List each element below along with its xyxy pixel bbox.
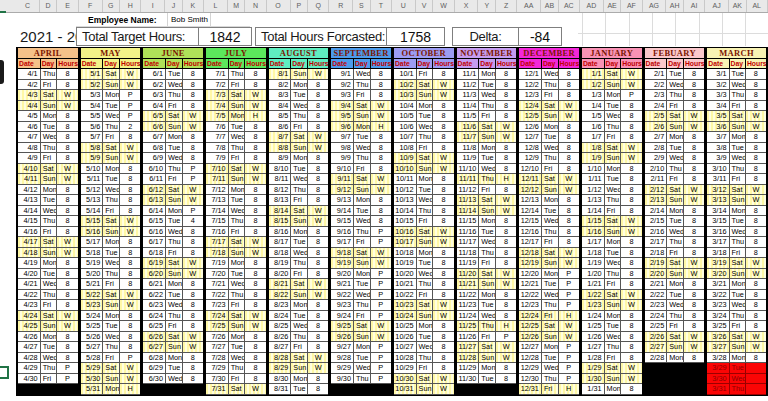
cell-day[interactable]: Mon <box>730 353 746 364</box>
subheader-cell[interactable]: Date <box>645 59 668 69</box>
cell-hours[interactable]: W <box>120 374 140 385</box>
cell-date[interactable]: 6/9 <box>143 153 166 164</box>
cell-day[interactable]: Sat <box>291 353 308 364</box>
cell-hours[interactable]: W <box>245 321 265 332</box>
cell-hours[interactable]: 8 <box>433 185 453 196</box>
cell-hours[interactable]: W <box>621 143 641 154</box>
cell-day[interactable]: Wed <box>730 300 746 311</box>
cell-hours[interactable]: 8 <box>746 132 766 143</box>
cell-day[interactable]: Wed <box>479 311 496 322</box>
cell-day[interactable]: Fri <box>291 342 308 353</box>
cell-hours[interactable]: P <box>120 90 140 101</box>
cell-day[interactable]: Sat <box>605 363 622 374</box>
cell-hours[interactable]: W <box>433 153 453 164</box>
cell-day[interactable]: Wed <box>103 332 120 343</box>
column-header[interactable]: J <box>165 0 183 12</box>
cell-hours[interactable]: W <box>371 258 391 269</box>
cell-date[interactable]: 5/6 <box>81 122 104 133</box>
cell-day[interactable]: Tue <box>103 101 120 112</box>
cell-date[interactable]: 9/16 <box>331 227 354 238</box>
cell-day[interactable]: Fri <box>730 101 746 112</box>
cell-day[interactable]: Wed <box>229 353 246 364</box>
cell-day[interactable]: Thu <box>667 311 684 322</box>
cell-hours[interactable]: 8 <box>433 216 453 227</box>
cell-hours[interactable]: 8 <box>621 332 641 343</box>
cell-date[interactable]: 2/26 <box>645 332 668 343</box>
cell-day[interactable]: Tue <box>229 122 246 133</box>
cell-day[interactable]: Thu <box>605 342 622 353</box>
cell-day[interactable]: Tue <box>605 174 622 185</box>
cell-hours[interactable]: 8 <box>746 164 766 175</box>
cell-day[interactable]: Sat <box>667 111 684 122</box>
cell-date[interactable]: 4/20 <box>18 269 41 280</box>
cell-day[interactable]: Fri <box>229 374 246 385</box>
cell-hours[interactable]: 8 <box>308 384 328 395</box>
cell-hours[interactable]: 8 <box>120 279 140 290</box>
cell-date[interactable]: 3/30 <box>707 374 729 385</box>
cell-date[interactable]: 11/28 <box>457 353 480 364</box>
cell-hours[interactable]: W <box>308 290 328 301</box>
cell-date[interactable]: 6/19 <box>143 258 166 269</box>
column-header[interactable]: AJ <box>705 0 729 12</box>
cell-day[interactable]: Wed <box>229 206 246 217</box>
cell-day[interactable]: Tue <box>229 269 246 280</box>
cell-date[interactable]: 11/7 <box>457 132 480 143</box>
cell-day[interactable]: Tue <box>542 279 559 290</box>
cell-day[interactable]: Sat <box>291 206 308 217</box>
cell-day[interactable]: Fri <box>542 90 559 101</box>
cell-date[interactable]: 12/20 <box>519 269 542 280</box>
cell-day[interactable]: Sun <box>417 164 434 175</box>
cell-day[interactable]: Sun <box>605 374 622 385</box>
cell-day[interactable]: Thu <box>166 164 183 175</box>
cell-day[interactable]: Thu <box>479 101 496 112</box>
cell-hours[interactable]: W <box>245 90 265 101</box>
cell-hours[interactable]: 8 <box>684 248 704 259</box>
cell-day[interactable]: Wed <box>542 143 559 154</box>
cell-hours[interactable] <box>746 374 766 385</box>
cell-date[interactable]: 9/10 <box>331 164 354 175</box>
cell-hours[interactable]: 8 <box>245 279 265 290</box>
subheader-cell[interactable]: Date <box>18 59 41 69</box>
cell-hours[interactable]: W <box>57 101 77 112</box>
cell-date[interactable]: 6/29 <box>143 363 166 374</box>
cell-day[interactable]: Fri <box>605 353 622 364</box>
cell-date[interactable]: 12/29 <box>519 363 542 374</box>
cell-date[interactable]: 8/8 <box>269 143 292 154</box>
cell-hours[interactable]: W <box>245 164 265 175</box>
cell-day[interactable]: Mon <box>103 90 120 101</box>
cell-date[interactable]: 9/14 <box>331 206 354 217</box>
month-header-cell[interactable]: JULY <box>206 48 266 59</box>
cell-date[interactable]: 12/1 <box>519 69 542 80</box>
cell-date[interactable]: 10/27 <box>394 342 417 353</box>
cell-hours[interactable]: 8 <box>308 122 328 133</box>
cell-date[interactable]: 9/23 <box>331 300 354 311</box>
cell-date[interactable]: 1/26 <box>582 332 605 343</box>
cell-day[interactable]: Sat <box>730 111 746 122</box>
cell-date[interactable]: 5/12 <box>81 185 104 196</box>
cell-day[interactable]: Wed <box>730 80 746 91</box>
cell-hours[interactable]: 8 <box>496 227 516 238</box>
cell-hours[interactable]: W <box>183 122 203 133</box>
cell-hours[interactable]: W <box>746 332 766 343</box>
cell-day[interactable]: Fri <box>479 258 496 269</box>
cell-date[interactable]: 11/19 <box>457 258 480 269</box>
cell-date[interactable]: 4/2 <box>18 80 41 91</box>
cell-hours[interactable]: 4 <box>183 216 203 227</box>
cell-date[interactable]: 8/29 <box>269 363 292 374</box>
cell-date[interactable]: 9/6 <box>331 122 354 133</box>
cell-day[interactable]: Wed <box>417 342 434 353</box>
cell-day[interactable]: Wed <box>354 69 371 80</box>
cell-day[interactable]: Sat <box>354 248 371 259</box>
cell-hours[interactable]: 8 <box>183 279 203 290</box>
cell-day[interactable]: Sat <box>542 174 559 185</box>
column-header[interactable]: AH <box>666 0 684 12</box>
cell-hours[interactable]: W <box>684 258 704 269</box>
cell-date[interactable]: 9/3 <box>331 90 354 101</box>
cell-hours[interactable]: P <box>621 90 641 101</box>
cell-date[interactable]: 3/22 <box>707 290 729 301</box>
cell-day[interactable]: Thu <box>730 237 746 248</box>
cell-date[interactable]: 11/18 <box>457 248 480 259</box>
cell-hours[interactable]: W <box>746 122 766 133</box>
cell-day[interactable]: Sat <box>103 290 120 301</box>
cell-date[interactable]: 4/17 <box>18 237 41 248</box>
